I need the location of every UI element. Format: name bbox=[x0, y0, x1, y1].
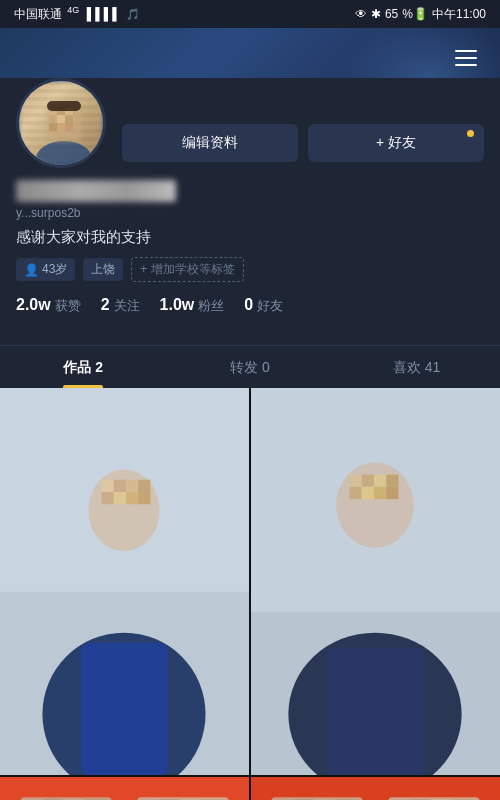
notification-dot bbox=[467, 130, 474, 137]
thumbnail-1 bbox=[0, 388, 249, 775]
likes-stat[interactable]: 2.0w 获赞 bbox=[16, 296, 81, 315]
svg-rect-20 bbox=[114, 492, 126, 504]
status-right: 👁 ✱ 65 %🔋 中午11:00 bbox=[355, 6, 486, 23]
add-tag-button[interactable]: + 增加学校等标签 bbox=[131, 257, 243, 282]
tags-row: 👤 43岁 上饶 + 增加学校等标签 bbox=[16, 257, 484, 282]
battery-level: 65 bbox=[385, 7, 398, 21]
svg-rect-35 bbox=[386, 487, 398, 499]
svg-rect-16 bbox=[114, 480, 126, 492]
svg-rect-30 bbox=[374, 475, 386, 487]
svg-rect-34 bbox=[374, 487, 386, 499]
grid-item-2[interactable] bbox=[251, 388, 500, 775]
svg-rect-28 bbox=[350, 475, 362, 487]
svg-point-0 bbox=[36, 141, 92, 168]
following-stat[interactable]: 2 关注 bbox=[101, 296, 140, 315]
tab-reposts[interactable]: 转发 0 bbox=[167, 346, 334, 388]
svg-rect-37 bbox=[327, 648, 424, 775]
content-grid bbox=[0, 388, 500, 800]
thumbnail-4 bbox=[251, 777, 500, 800]
status-bar: 中国联通 4G ▌▌▌▌ 🎵 👁 ✱ 65 %🔋 中午11:00 bbox=[0, 0, 500, 28]
svg-rect-19 bbox=[102, 492, 114, 504]
time: 中午11:00 bbox=[432, 6, 486, 23]
svg-rect-22 bbox=[138, 492, 150, 504]
svg-rect-10 bbox=[65, 123, 73, 131]
add-friend-button[interactable]: + 好友 bbox=[308, 124, 484, 162]
username-area: y...surpos2b bbox=[16, 180, 484, 220]
svg-rect-9 bbox=[57, 123, 65, 131]
svg-rect-17 bbox=[126, 480, 138, 492]
svg-rect-15 bbox=[102, 480, 114, 492]
edit-profile-button[interactable]: 编辑资料 bbox=[122, 124, 298, 162]
eye-icon: 👁 bbox=[355, 7, 367, 21]
person-icon: 👤 bbox=[24, 263, 39, 277]
carrier-signal: 中国联通 4G ▌▌▌▌ 🎵 bbox=[14, 5, 140, 23]
svg-rect-11 bbox=[47, 101, 81, 111]
content-tabs: 作品 2 转发 0 喜欢 41 bbox=[0, 345, 500, 388]
bio-text: 感谢大家对我的支持 bbox=[16, 226, 484, 247]
menu-button[interactable] bbox=[448, 40, 484, 76]
grid-item-3[interactable] bbox=[0, 777, 249, 800]
profile-actions: 编辑资料 + 好友 bbox=[122, 124, 484, 162]
profile-section: 编辑资料 + 好友 y...surpos2b 感谢大家对我的支持 👤 43岁 上… bbox=[0, 78, 500, 345]
avatar-image bbox=[19, 81, 106, 168]
avatar[interactable] bbox=[16, 78, 106, 168]
tab-likes[interactable]: 喜欢 41 bbox=[333, 346, 500, 388]
tab-works[interactable]: 作品 2 bbox=[0, 346, 167, 388]
svg-rect-6 bbox=[57, 115, 65, 123]
age-tag[interactable]: 👤 43岁 bbox=[16, 258, 75, 281]
username-blurred bbox=[16, 180, 176, 202]
svg-rect-29 bbox=[362, 475, 374, 487]
svg-rect-38 bbox=[0, 777, 249, 800]
svg-rect-7 bbox=[65, 115, 73, 123]
svg-rect-18 bbox=[138, 480, 150, 492]
svg-rect-24 bbox=[81, 643, 168, 776]
svg-rect-33 bbox=[362, 487, 374, 499]
thumbnail-3 bbox=[0, 777, 249, 800]
thumbnail-2 bbox=[251, 388, 500, 775]
friends-stat[interactable]: 0 好友 bbox=[244, 296, 283, 315]
svg-rect-32 bbox=[350, 487, 362, 499]
user-id: y...surpos2b bbox=[16, 206, 484, 220]
svg-rect-61 bbox=[251, 777, 500, 800]
stats-row: 2.0w 获赞 2 关注 1.0w 粉丝 0 好友 bbox=[16, 296, 484, 329]
svg-rect-8 bbox=[49, 123, 57, 131]
svg-rect-21 bbox=[126, 492, 138, 504]
followers-stat[interactable]: 1.0w 粉丝 bbox=[160, 296, 225, 315]
location-tag[interactable]: 上饶 bbox=[83, 258, 123, 281]
grid-item-1[interactable] bbox=[0, 388, 249, 775]
bluetooth-icon: ✱ bbox=[371, 7, 381, 21]
svg-rect-5 bbox=[49, 115, 57, 123]
grid-item-4[interactable] bbox=[251, 777, 500, 800]
profile-header: 编辑资料 + 好友 bbox=[16, 78, 484, 168]
svg-rect-31 bbox=[386, 475, 398, 487]
